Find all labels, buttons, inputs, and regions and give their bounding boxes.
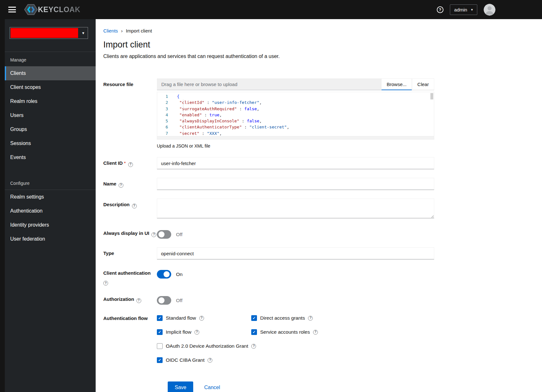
line-number: 4 bbox=[157, 112, 174, 118]
flow-option-implicit-flow: ✓Implicit flow? bbox=[157, 329, 251, 335]
code-line: 3 "surrogateAuthRequired" : false, bbox=[157, 106, 434, 112]
indent-guide bbox=[183, 99, 183, 136]
checkbox-oidc-ciba-grant[interactable]: ✓ bbox=[157, 357, 163, 363]
line-number: 6 bbox=[157, 124, 174, 130]
sidebar-item-realm-roles[interactable]: Realm roles bbox=[5, 94, 96, 108]
checkbox-service-accounts-roles[interactable]: ✓ bbox=[251, 329, 257, 335]
sidebar-item-events[interactable]: Events bbox=[5, 150, 96, 164]
code-line: 2 "clientId" : "user-info-fetcher", bbox=[157, 99, 434, 105]
help-icon[interactable]: ? bbox=[308, 316, 313, 321]
sidebar-item-client-scopes[interactable]: Client scopes bbox=[5, 80, 96, 94]
checkbox-direct-access-grants[interactable]: ✓ bbox=[251, 315, 257, 321]
sidebar-edge bbox=[0, 19, 5, 392]
help-icon[interactable]: ? bbox=[136, 298, 141, 303]
help-icon[interactable]: ? bbox=[194, 330, 199, 335]
json-code-editor[interactable]: 1{2 "clientId" : "user-info-fetcher",3 "… bbox=[157, 92, 434, 140]
authorization-label: Authorization? bbox=[103, 294, 157, 305]
help-icon[interactable]: ? bbox=[103, 281, 108, 286]
code-line: 5 "alwaysDisplayInConsole" : false, bbox=[157, 118, 434, 124]
sidebar-item-users[interactable]: Users bbox=[5, 108, 96, 122]
clear-button[interactable]: Clear bbox=[412, 78, 434, 90]
breadcrumb-chevron-icon: › bbox=[121, 28, 123, 33]
sidebar: ▾ ManageClientsClient scopesRealm rolesU… bbox=[0, 19, 96, 392]
required-indicator: * bbox=[124, 160, 126, 166]
checkbox-implicit-flow[interactable]: ✓ bbox=[157, 329, 163, 335]
page-title: Import client bbox=[103, 40, 542, 50]
keycloak-logo[interactable]: KEYCLOAK bbox=[24, 4, 80, 16]
line-number: 5 bbox=[157, 118, 174, 124]
toggle-state-label: On bbox=[176, 272, 183, 277]
nav-section-manage: ManageClientsClient scopesRealm rolesUse… bbox=[5, 52, 96, 164]
nav-section-title-configure: Configure bbox=[5, 175, 96, 190]
sidebar-nav: ManageClientsClient scopesRealm rolesUse… bbox=[5, 52, 96, 246]
sidebar-item-user-federation[interactable]: User federation bbox=[5, 232, 96, 246]
sidebar-item-groups[interactable]: Groups bbox=[5, 122, 96, 136]
breadcrumb-current: Import client bbox=[126, 28, 152, 33]
code-line: 1{ bbox=[157, 93, 434, 99]
type-label: Type bbox=[103, 247, 157, 259]
form-row-authorization: Authorization? Off bbox=[103, 294, 434, 305]
help-icon[interactable]: ? bbox=[132, 204, 137, 208]
import-client-form: Resource file Drag a file here or browse… bbox=[103, 78, 434, 392]
description-textarea[interactable] bbox=[157, 199, 434, 218]
help-icon[interactable]: ? bbox=[437, 6, 443, 13]
save-button[interactable]: Save bbox=[168, 381, 193, 392]
browse-button[interactable]: Browse... bbox=[381, 78, 412, 90]
help-icon[interactable]: ? bbox=[251, 344, 256, 349]
editor-vertical-scrollbar-thumb[interactable] bbox=[430, 93, 433, 99]
nav-toggle-hamburger-icon[interactable] bbox=[8, 7, 16, 12]
checkbox-label: Direct access grants bbox=[260, 315, 305, 321]
authentication-flow-label: Authentication flow bbox=[103, 313, 157, 363]
flow-option-oidc-ciba-grant: ✓OIDC CIBA Grant? bbox=[157, 357, 434, 363]
realm-name-redacted bbox=[11, 28, 78, 38]
form-row-resource-file: Resource file Drag a file here or browse… bbox=[103, 78, 434, 149]
name-input[interactable] bbox=[157, 178, 434, 190]
toggle-state-label: Off bbox=[176, 298, 182, 303]
user-menu-dropdown[interactable]: admin ▾ bbox=[450, 4, 477, 15]
sidebar-item-sessions[interactable]: Sessions bbox=[5, 136, 96, 150]
form-row-authentication-flow: Authentication flow ✓Standard flow?✓Dire… bbox=[103, 313, 434, 363]
cancel-button[interactable]: Cancel bbox=[204, 385, 220, 390]
client-id-input[interactable] bbox=[157, 157, 434, 169]
sidebar-item-identity-providers[interactable]: Identity providers bbox=[5, 218, 96, 232]
toggle-state-label: Off bbox=[176, 232, 182, 237]
help-icon[interactable]: ? bbox=[313, 330, 318, 335]
checkbox-oauth-2-0-device-authorization-grant[interactable] bbox=[157, 343, 163, 349]
chevron-down-icon: ▾ bbox=[471, 8, 473, 12]
code-line: 4 "enabled" : true, bbox=[157, 112, 434, 118]
help-icon[interactable]: ? bbox=[151, 232, 156, 237]
avatar bbox=[484, 4, 495, 16]
flow-option-service-accounts-roles: ✓Service accounts roles? bbox=[251, 329, 434, 335]
checkbox-standard-flow[interactable]: ✓ bbox=[157, 315, 163, 321]
help-icon[interactable]: ? bbox=[119, 183, 123, 188]
authorization-toggle[interactable] bbox=[157, 296, 171, 305]
type-input[interactable] bbox=[157, 247, 434, 259]
form-row-name: Name? bbox=[103, 178, 434, 190]
file-upload-filename[interactable]: Drag a file here or browse to upload bbox=[157, 78, 381, 90]
main-content: Clients › Import client Import client Cl… bbox=[96, 19, 542, 392]
masthead: KEYCLOAK ? admin ▾ bbox=[0, 0, 542, 19]
form-row-client-authentication: Client authentication? On bbox=[103, 268, 434, 286]
file-upload-placeholder: Drag a file here or browse to upload bbox=[161, 82, 237, 87]
sidebar-item-authentication[interactable]: Authentication bbox=[5, 204, 96, 218]
help-icon[interactable]: ? bbox=[128, 162, 133, 167]
always-display-toggle[interactable] bbox=[157, 230, 171, 239]
flow-option-standard-flow: ✓Standard flow? bbox=[157, 315, 251, 321]
checkbox-label: OAuth 2.0 Device Authorization Grant bbox=[166, 343, 248, 349]
editor-horizontal-scrollbar[interactable] bbox=[157, 136, 434, 139]
checkbox-label: OIDC CIBA Grant bbox=[166, 357, 204, 363]
help-icon[interactable]: ? bbox=[199, 316, 204, 321]
realm-selector[interactable]: ▾ bbox=[10, 27, 88, 39]
client-authentication-toggle[interactable] bbox=[157, 270, 171, 279]
authentication-flow-options: ✓Standard flow?✓Direct access grants?✓Im… bbox=[157, 313, 434, 363]
sidebar-item-clients[interactable]: Clients bbox=[5, 66, 96, 80]
brand-text: KEYCLOAK bbox=[38, 5, 80, 14]
keycloak-logo-icon bbox=[24, 4, 38, 16]
always-display-label: Always display in UI? bbox=[103, 228, 157, 239]
name-label: Name? bbox=[103, 178, 157, 190]
breadcrumb-link-clients[interactable]: Clients bbox=[103, 28, 118, 33]
help-icon[interactable]: ? bbox=[208, 358, 212, 363]
code-lines: 1{2 "clientId" : "user-info-fetcher",3 "… bbox=[157, 92, 434, 136]
sidebar-item-realm-settings[interactable]: Realm settings bbox=[5, 190, 96, 204]
chevron-down-icon: ▾ bbox=[79, 27, 88, 39]
